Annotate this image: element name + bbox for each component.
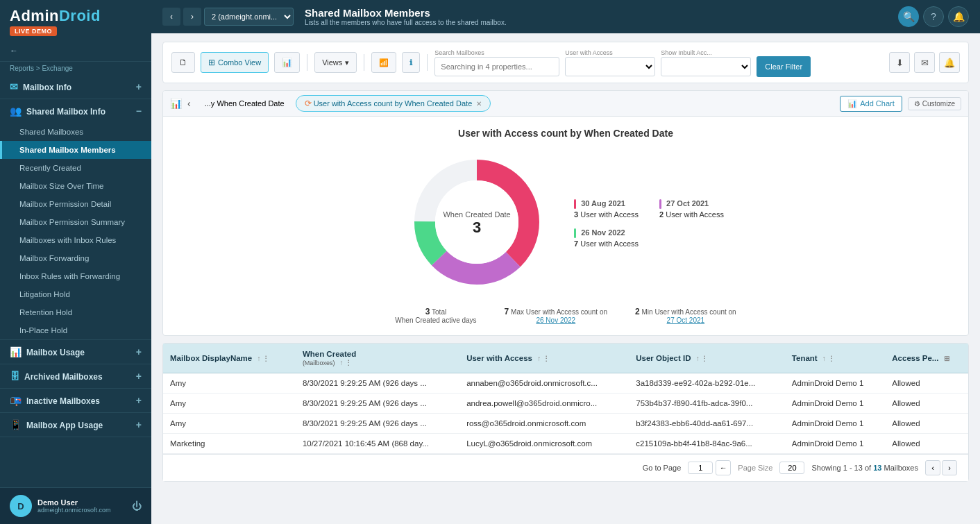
- chart-tab-created-date[interactable]: ...y When Created Date: [196, 96, 293, 110]
- table-scroll: Mailbox DisplayName ↑ ⋮ When Created (Ma…: [163, 344, 968, 454]
- views-button[interactable]: Views ▾: [314, 52, 357, 73]
- alert-button[interactable]: 🔔: [939, 52, 960, 73]
- sidebar-section-mailbox-usage: 📊Mailbox Usage +: [0, 340, 151, 364]
- sidebar-item-in-place-hold[interactable]: In-Place Hold: [0, 321, 151, 339]
- table-row: Amy 8/30/2021 9:29:25 AM (926 days ... a…: [163, 373, 968, 394]
- back-button[interactable]: ←: [0, 40, 151, 62]
- table-body: Amy 8/30/2021 9:29:25 AM (926 days ... a…: [163, 373, 968, 454]
- col-when-created: When Created (Mailboxes) ↑ ⋮: [296, 344, 459, 373]
- chart-view-button[interactable]: 📊: [274, 52, 300, 73]
- sidebar-logo: AdminDroid LIVE DEMO: [0, 0, 151, 40]
- customize-button[interactable]: ⚙ Customize: [908, 97, 961, 110]
- topbar: ‹ › 2 (admeight.onmi... Shared Mailbox M…: [151, 0, 980, 33]
- sidebar-section-mailbox-info: ✉Mailbox Info +: [0, 75, 151, 99]
- archived-mailboxes-icon: 🗄: [10, 371, 19, 382]
- document-view-button[interactable]: 🗋: [171, 52, 195, 73]
- col-sort-icon-3[interactable]: ↑ ⋮: [696, 355, 709, 362]
- sidebar-archived-mailboxes-header[interactable]: 🗄Archived Mailboxes +: [0, 364, 151, 388]
- chart-tab-active-label: User with Access count by When Created D…: [314, 99, 473, 108]
- cell-display-name: Amy: [163, 394, 296, 414]
- sidebar-item-mailbox-permission-summary[interactable]: Mailbox Permission Summary: [0, 213, 151, 231]
- topbar-help-icon[interactable]: ?: [923, 6, 944, 27]
- page-size-label: Page Size: [738, 464, 772, 472]
- cell-user-access: ross@o365droid.onmicrosoft.com: [459, 414, 629, 434]
- filter-icon-button[interactable]: 📶: [371, 52, 396, 73]
- sidebar-item-mailboxes-with-inbox-rules[interactable]: Mailboxes with Inbox Rules: [0, 231, 151, 249]
- sidebar-item-mailbox-permission-detail[interactable]: Mailbox Permission Detail: [0, 195, 151, 213]
- nav-select[interactable]: 2 (admeight.onmi...: [204, 8, 294, 26]
- cell-tenant: AdminDroid Demo 1: [785, 414, 885, 434]
- search-input[interactable]: [434, 57, 559, 76]
- sidebar-section-mailbox-app-usage: 📱Mailbox App Usage +: [0, 413, 151, 437]
- sidebar-shared-mailbox-header[interactable]: 👥Shared Mailbox Info −: [0, 99, 151, 123]
- sidebar-mailbox-app-usage-header[interactable]: 📱Mailbox App Usage +: [0, 413, 151, 437]
- content-area: 🗋 ⊞ Combo View 📊 Views ▾ 📶 ℹ: [151, 33, 980, 524]
- sidebar-item-inbox-rules-with-forwarding[interactable]: Inbox Rules with Forwarding: [0, 267, 151, 285]
- sidebar-mailbox-usage-header[interactable]: 📊Mailbox Usage +: [0, 340, 151, 364]
- donut-chart: When Created Date 3: [407, 153, 546, 294]
- sidebar-item-recently-created[interactable]: Recently Created: [0, 159, 151, 177]
- sidebar-item-shared-mailbox-members[interactable]: Shared Mailbox Members: [0, 141, 151, 159]
- mailbox-info-label: Mailbox Info: [23, 83, 71, 92]
- combo-view-button[interactable]: ⊞ Combo View: [201, 52, 269, 73]
- chart-area: 📊 ‹ ...y When Created Date ⟳ User with A…: [162, 90, 969, 336]
- power-icon[interactable]: ⏻: [132, 500, 142, 512]
- email-button[interactable]: ✉: [914, 52, 935, 73]
- sidebar-item-retention-hold[interactable]: Retention Hold: [0, 303, 151, 321]
- alert-icon: 🔔: [944, 58, 955, 68]
- toolbar-divider-1: [307, 54, 307, 71]
- nav-prev-button[interactable]: ‹: [162, 8, 180, 26]
- cell-access-pe: Allowed: [885, 394, 968, 414]
- table-row: Amy 8/30/2021 9:29:25 AM (926 days ... a…: [163, 394, 968, 414]
- sidebar-item-shared-mailboxes[interactable]: Shared Mailboxes: [0, 123, 151, 141]
- page-prev-button[interactable]: ←: [716, 460, 731, 475]
- col-sort-icon-1[interactable]: ↑ ⋮: [340, 359, 353, 366]
- info-icon-button[interactable]: ℹ: [402, 52, 420, 73]
- clear-filter-button[interactable]: Clear Filter: [757, 56, 811, 77]
- user-access-select[interactable]: [565, 57, 655, 76]
- stat-max-link[interactable]: 26 Nov 2022: [536, 316, 575, 324]
- page-size-input[interactable]: [779, 462, 804, 474]
- inbuilt-select[interactable]: [661, 57, 751, 76]
- table-header-row: Mailbox DisplayName ↑ ⋮ When Created (Ma…: [163, 344, 968, 373]
- chart-actions: 📊 Add Chart ⚙ Customize: [840, 96, 961, 112]
- sidebar-item-litigation-hold[interactable]: Litigation Hold: [0, 285, 151, 303]
- page-input[interactable]: [688, 462, 713, 474]
- search-label: Search Mailboxes: [434, 49, 559, 56]
- chart-content: User with Access count by When Created D…: [163, 117, 968, 335]
- user-access-label: User with Access: [565, 49, 655, 56]
- nav-next-button[interactable]: ›: [183, 8, 201, 26]
- legend-count-3: 7 User with Access: [574, 239, 639, 248]
- sidebar-mailbox-info-header[interactable]: ✉Mailbox Info +: [0, 75, 151, 99]
- download-button[interactable]: ⬇: [889, 52, 910, 73]
- page-nav: ←: [688, 460, 731, 475]
- pagination-prev-button[interactable]: ‹: [925, 460, 940, 475]
- chart-tab-bar-icon[interactable]: 📊: [170, 98, 182, 109]
- cell-tenant: AdminDroid Demo 1: [785, 394, 885, 414]
- sidebar-inactive-mailboxes-header[interactable]: 📭Inactive Mailboxes +: [0, 389, 151, 412]
- sidebar-item-mailbox-size-over-time[interactable]: Mailbox Size Over Time: [0, 177, 151, 195]
- chart-tab-user-access-active[interactable]: ⟳ User with Access count by When Created…: [296, 95, 491, 112]
- topbar-bell-icon[interactable]: 🔔: [948, 6, 969, 27]
- cell-tenant: AdminDroid Demo 1: [785, 373, 885, 394]
- col-sort-icon-2[interactable]: ↑ ⋮: [537, 355, 550, 362]
- chart-tab-prev-icon[interactable]: ‹: [187, 98, 191, 109]
- legend-count-2: 2 User with Access: [659, 210, 724, 219]
- topbar-search-icon[interactable]: 🔍: [898, 6, 919, 27]
- toolbar: 🗋 ⊞ Combo View 📊 Views ▾ 📶 ℹ: [162, 42, 969, 83]
- stat-min-link[interactable]: 27 Oct 2021: [667, 316, 704, 324]
- user-access-filter-group: User with Access: [565, 49, 655, 76]
- pagination-arrows: ‹ ›: [925, 460, 957, 475]
- cell-when-created: 10/27/2021 10:16:45 AM (868 day...: [296, 434, 459, 454]
- sidebar-user: D Demo User admeight.onmicrosoft.com ⏻: [0, 487, 151, 524]
- pagination-next-button[interactable]: ›: [942, 460, 957, 475]
- legend-bar-2: [659, 199, 661, 209]
- col-sort-icon-4[interactable]: ↑ ⋮: [822, 355, 835, 362]
- cell-when-created: 8/30/2021 9:29:25 AM (926 days ...: [296, 373, 459, 394]
- add-chart-button[interactable]: 📊 Add Chart: [840, 96, 902, 112]
- sidebar-item-mailbox-forwarding[interactable]: Mailbox Forwarding: [0, 249, 151, 267]
- chart-tab-close-icon[interactable]: ✕: [476, 100, 482, 108]
- col-sort-icon-5[interactable]: ⊞: [944, 355, 949, 362]
- col-sort-icon-0[interactable]: ↑ ⋮: [257, 355, 269, 362]
- main-area: ‹ › 2 (admeight.onmi... Shared Mailbox M…: [151, 0, 980, 524]
